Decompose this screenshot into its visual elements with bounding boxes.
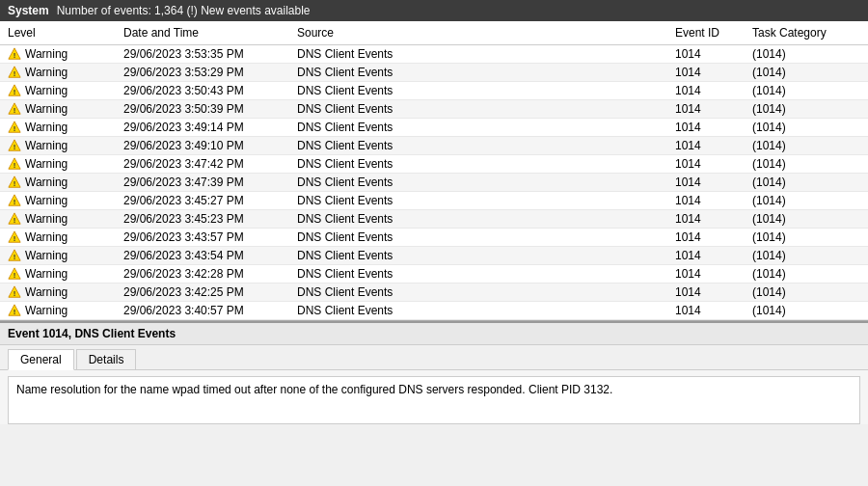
cell-source: DNS Client Events xyxy=(293,138,671,153)
warning-icon: ! xyxy=(8,121,21,134)
cell-datetime: 29/06/2023 3:49:14 PM xyxy=(120,120,293,135)
cell-eventid: 1014 xyxy=(671,65,748,80)
table-row[interactable]: ! Warning 29/06/2023 3:53:29 PM DNS Clie… xyxy=(0,64,868,82)
cell-source: DNS Client Events xyxy=(293,120,671,135)
cell-datetime: 29/06/2023 3:45:27 PM xyxy=(120,193,293,208)
svg-text:!: ! xyxy=(14,161,16,170)
col-taskcategory: Task Category xyxy=(748,24,864,41)
tab-general[interactable]: General xyxy=(8,349,74,370)
cell-source: DNS Client Events xyxy=(293,230,671,245)
warning-icon: ! xyxy=(8,176,21,189)
cell-datetime: 29/06/2023 3:53:29 PM xyxy=(120,65,293,80)
warning-icon: ! xyxy=(8,84,21,97)
cell-taskcategory: (1014) xyxy=(748,230,864,245)
cell-source: DNS Client Events xyxy=(293,248,671,263)
col-datetime: Date and Time xyxy=(120,24,293,41)
cell-taskcategory: (1014) xyxy=(748,193,864,208)
cell-taskcategory: (1014) xyxy=(748,175,864,190)
table-row[interactable]: ! Warning 29/06/2023 3:40:57 PM DNS Clie… xyxy=(0,302,868,320)
cell-source: DNS Client Events xyxy=(293,211,671,227)
cell-datetime: 29/06/2023 3:42:25 PM xyxy=(120,284,293,300)
svg-text:!: ! xyxy=(14,51,16,60)
event-detail-content: Name resolution for the name wpad timed … xyxy=(8,376,860,424)
svg-text:!: ! xyxy=(14,234,16,243)
cell-source: DNS Client Events xyxy=(293,83,671,98)
title-bar: System Number of events: 1,364 (!) New e… xyxy=(0,0,868,21)
warning-icon: ! xyxy=(8,157,21,171)
cell-taskcategory: (1014) xyxy=(748,138,864,153)
table-row[interactable]: ! Warning 29/06/2023 3:49:14 PM DNS Clie… xyxy=(0,119,868,137)
svg-text:!: ! xyxy=(14,179,16,188)
cell-level: ! Warning xyxy=(4,120,120,135)
warning-icon: ! xyxy=(8,102,21,116)
cell-source: DNS Client Events xyxy=(293,193,671,208)
cell-datetime: 29/06/2023 3:42:28 PM xyxy=(120,266,293,282)
cell-eventid: 1014 xyxy=(671,138,748,153)
event-count: Number of events: 1,364 (!) New events a… xyxy=(57,4,311,17)
cell-datetime: 29/06/2023 3:40:57 PM xyxy=(120,303,293,318)
cell-eventid: 1014 xyxy=(671,175,748,190)
cell-level: ! Warning xyxy=(4,303,120,318)
col-source: Source xyxy=(293,24,671,41)
svg-text:!: ! xyxy=(14,216,16,225)
column-headers: Level Date and Time Source Event ID Task… xyxy=(0,21,868,45)
cell-eventid: 1014 xyxy=(671,266,748,282)
cell-level: ! Warning xyxy=(4,193,120,208)
cell-eventid: 1014 xyxy=(671,248,748,263)
table-row[interactable]: ! Warning 29/06/2023 3:50:43 PM DNS Clie… xyxy=(0,82,868,100)
table-row[interactable]: ! Warning 29/06/2023 3:47:42 PM DNS Clie… xyxy=(0,155,868,174)
table-row[interactable]: ! Warning 29/06/2023 3:45:23 PM DNS Clie… xyxy=(0,210,868,229)
cell-source: DNS Client Events xyxy=(293,303,671,318)
cell-datetime: 29/06/2023 3:50:39 PM xyxy=(120,101,293,117)
cell-taskcategory: (1014) xyxy=(748,284,864,300)
cell-source: DNS Client Events xyxy=(293,101,671,117)
svg-text:!: ! xyxy=(14,253,16,261)
cell-eventid: 1014 xyxy=(671,46,748,62)
cell-level: ! Warning xyxy=(4,101,120,117)
cell-taskcategory: (1014) xyxy=(748,156,864,172)
table-row[interactable]: ! Warning 29/06/2023 3:53:35 PM DNS Clie… xyxy=(0,45,868,64)
table-row[interactable]: ! Warning 29/06/2023 3:50:39 PM DNS Clie… xyxy=(0,100,868,119)
cell-level: ! Warning xyxy=(4,266,120,282)
cell-eventid: 1014 xyxy=(671,101,748,117)
table-row[interactable]: ! Warning 29/06/2023 3:42:28 PM DNS Clie… xyxy=(0,265,868,284)
tabs-bar: General Details xyxy=(0,345,868,370)
cell-level: ! Warning xyxy=(4,230,120,245)
cell-eventid: 1014 xyxy=(671,83,748,98)
table-row[interactable]: ! Warning 29/06/2023 3:49:10 PM DNS Clie… xyxy=(0,137,868,155)
cell-taskcategory: (1014) xyxy=(748,83,864,98)
cell-datetime: 29/06/2023 3:43:57 PM xyxy=(120,230,293,245)
cell-source: DNS Client Events xyxy=(293,46,671,62)
svg-text:!: ! xyxy=(14,106,16,115)
col-eventid: Event ID xyxy=(671,24,748,41)
bottom-panel: Event 1014, DNS Client Events General De… xyxy=(0,321,868,424)
table-row[interactable]: ! Warning 29/06/2023 3:43:57 PM DNS Clie… xyxy=(0,229,868,247)
event-summary-bar: Event 1014, DNS Client Events xyxy=(0,323,868,345)
cell-source: DNS Client Events xyxy=(293,266,671,282)
svg-text:!: ! xyxy=(14,289,16,298)
cell-datetime: 29/06/2023 3:47:42 PM xyxy=(120,156,293,172)
svg-text:!: ! xyxy=(14,308,16,316)
cell-level: ! Warning xyxy=(4,46,120,62)
warning-icon: ! xyxy=(8,304,21,317)
cell-datetime: 29/06/2023 3:50:43 PM xyxy=(120,83,293,98)
table-row[interactable]: ! Warning 29/06/2023 3:42:25 PM DNS Clie… xyxy=(0,284,868,302)
cell-datetime: 29/06/2023 3:43:54 PM xyxy=(120,248,293,263)
event-list-area: Level Date and Time Source Event ID Task… xyxy=(0,21,868,321)
cell-datetime: 29/06/2023 3:45:23 PM xyxy=(120,211,293,227)
cell-eventid: 1014 xyxy=(671,156,748,172)
cell-taskcategory: (1014) xyxy=(748,101,864,117)
svg-text:!: ! xyxy=(14,69,16,78)
cell-level: ! Warning xyxy=(4,156,120,172)
svg-text:!: ! xyxy=(14,124,16,133)
table-row[interactable]: ! Warning 29/06/2023 3:47:39 PM DNS Clie… xyxy=(0,174,868,192)
table-row[interactable]: ! Warning 29/06/2023 3:45:27 PM DNS Clie… xyxy=(0,192,868,210)
tab-details[interactable]: Details xyxy=(76,349,137,369)
cell-level: ! Warning xyxy=(4,284,120,300)
cell-datetime: 29/06/2023 3:47:39 PM xyxy=(120,175,293,190)
warning-icon: ! xyxy=(8,139,21,152)
cell-eventid: 1014 xyxy=(671,120,748,135)
table-row[interactable]: ! Warning 29/06/2023 3:43:54 PM DNS Clie… xyxy=(0,247,868,265)
warning-icon: ! xyxy=(8,230,21,244)
cell-eventid: 1014 xyxy=(671,284,748,300)
